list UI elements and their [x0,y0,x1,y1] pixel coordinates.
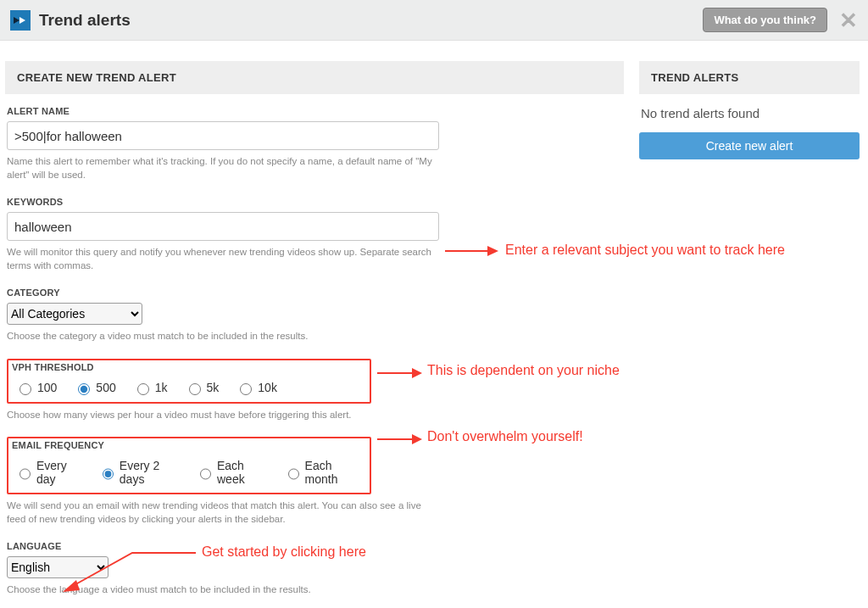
sidebar-panel: TREND ALERTS No trend alerts found Creat… [639,61,860,608]
emailfreq-radio[interactable] [103,468,114,480]
vph-radio[interactable] [19,383,31,395]
language-label: LANGUAGE [7,541,622,551]
emailfreq-radio[interactable] [200,468,211,480]
alert-name-input[interactable] [7,121,439,150]
field-vph: VPH THRESHOLD 1005001k5k10k Choose how m… [7,359,622,422]
email-freq-help: We will send you an email with new trend… [7,499,439,526]
emailfreq-option[interactable]: Every day [15,459,85,486]
emailfreq-option[interactable]: Each week [196,459,270,486]
svg-marker-0 [14,17,19,24]
feedback-button[interactable]: What do you think? [703,8,827,32]
email-freq-label: EMAIL FREQUENCY [12,440,366,450]
vph-radio[interactable] [240,383,252,395]
language-help: Choose the language a video must match t… [7,583,439,597]
vph-option[interactable]: 500 [74,381,115,395]
create-panel: CREATE NEW TREND ALERT ALERT NAME Name t… [5,61,632,608]
topbar: Trend alerts What do you think? ✕ [0,0,868,41]
vph-option[interactable]: 5k [185,381,220,395]
vph-label: VPH THRESHOLD [12,362,366,372]
category-select[interactable]: All Categories [7,303,142,325]
keywords-help: We will monitor this query and notify yo… [7,246,439,272]
sidebar-empty-text: No trend alerts found [639,94,860,132]
alert-name-help: Name this alert to remember what it's tr… [7,155,439,181]
field-keywords: KEYWORDS We will monitor this query and … [7,197,622,272]
create-header: CREATE NEW TREND ALERT [5,61,624,94]
category-label: CATEGORY [7,287,622,298]
field-email-freq: EMAIL FREQUENCY Every dayEvery 2 daysEac… [7,437,622,526]
field-alert-name: ALERT NAME Name this alert to remember w… [7,106,622,181]
vph-option[interactable]: 100 [15,381,57,395]
vph-radio[interactable] [189,383,201,395]
vph-radio-group: 1005001k5k10k [12,377,366,399]
sidebar-create-button[interactable]: Create new alert [639,132,860,159]
app-icon [10,10,31,31]
keywords-input[interactable] [7,212,439,241]
vph-option[interactable]: 1k [133,381,168,395]
language-select[interactable]: English [7,556,108,578]
alert-name-label: ALERT NAME [7,106,622,116]
svg-marker-1 [19,17,25,24]
emailfreq-radio[interactable] [288,468,299,480]
field-category: CATEGORY All Categories Choose the categ… [7,287,622,343]
emailfreq-option[interactable]: Every 2 days [98,459,182,486]
category-help: Choose the category a video must match t… [7,330,439,343]
vph-radio[interactable] [78,383,90,395]
sidebar-header: TREND ALERTS [639,61,860,94]
emailfreq-option[interactable]: Each month [284,459,363,486]
vph-help: Choose how many views per hour a video m… [7,409,439,422]
page-title: Trend alerts [39,11,131,30]
vph-radio[interactable] [137,383,149,395]
field-language: LANGUAGE English Choose the language a v… [7,541,622,597]
email-radio-group: Every dayEvery 2 daysEach weekEach month [12,455,366,489]
vph-option[interactable]: 10k [236,381,277,395]
emailfreq-radio[interactable] [19,468,31,480]
keywords-label: KEYWORDS [7,197,622,207]
close-icon[interactable]: ✕ [839,9,858,31]
